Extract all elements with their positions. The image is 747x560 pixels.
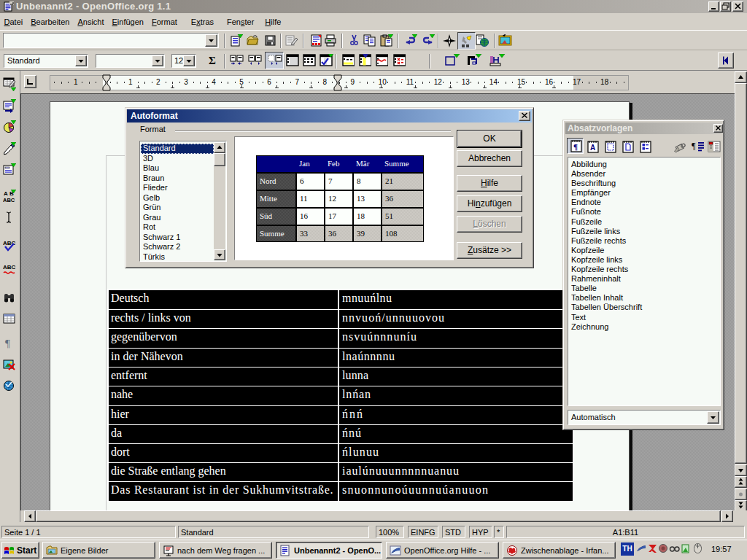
- svg-text:ABC: ABC: [3, 197, 15, 203]
- svg-text:¶: ¶: [573, 142, 578, 151]
- svg-text:ABC: ABC: [3, 264, 16, 271]
- svg-text:A: A: [590, 144, 595, 152]
- svg-text:ABC: ABC: [3, 240, 16, 246]
- svg-text:¶: ¶: [692, 141, 696, 151]
- svg-text:A: A: [4, 190, 8, 197]
- svg-text:¶: ¶: [5, 338, 10, 349]
